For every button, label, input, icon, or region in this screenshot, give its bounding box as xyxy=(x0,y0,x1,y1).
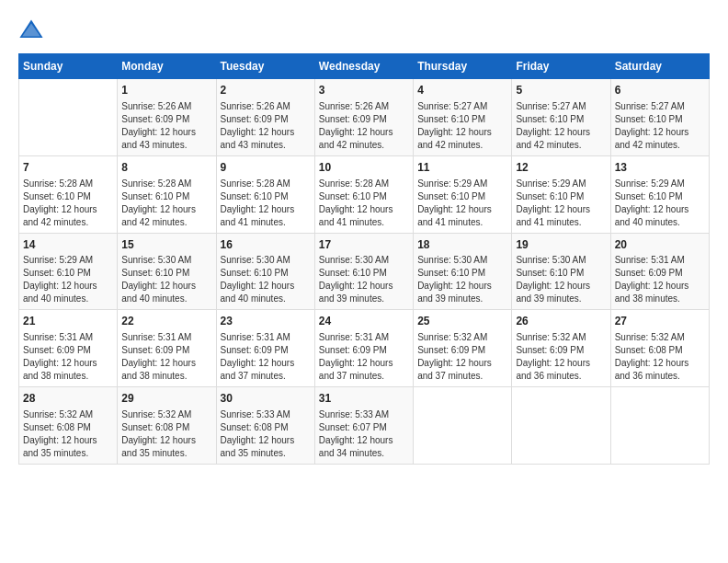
calendar-cell: 17 Sunrise: 5:30 AM Sunset: 6:10 PM Dayl… xyxy=(314,233,413,310)
sunrise: Sunrise: 5:27 AM xyxy=(615,100,705,113)
daylight: Daylight: 12 hours and 35 minutes. xyxy=(221,434,311,460)
day-info: Sunrise: 5:28 AM Sunset: 6:10 PM Dayligh… xyxy=(121,178,211,229)
daylight: Daylight: 12 hours and 38 minutes. xyxy=(121,357,211,383)
calendar-cell: 11 Sunrise: 5:29 AM Sunset: 6:10 PM Dayl… xyxy=(414,155,512,233)
calendar-cell: 16 Sunrise: 5:30 AM Sunset: 6:10 PM Dayl… xyxy=(216,233,314,310)
calendar-cell: 18 Sunrise: 5:30 AM Sunset: 6:10 PM Dayl… xyxy=(414,233,512,310)
day-number: 28 xyxy=(23,391,113,407)
day-info: Sunrise: 5:26 AM Sunset: 6:09 PM Dayligh… xyxy=(121,100,211,152)
day-info: Sunrise: 5:31 AM Sunset: 6:09 PM Dayligh… xyxy=(615,254,705,305)
day-info: Sunrise: 5:29 AM Sunset: 6:10 PM Dayligh… xyxy=(23,254,113,305)
daylight: Daylight: 12 hours and 38 minutes. xyxy=(615,280,705,305)
sunset: Sunset: 6:08 PM xyxy=(615,344,705,357)
sunrise: Sunrise: 5:28 AM xyxy=(221,178,311,190)
daylight: Daylight: 12 hours and 39 minutes. xyxy=(417,280,507,305)
day-number: 12 xyxy=(516,160,606,176)
daylight: Daylight: 12 hours and 36 minutes. xyxy=(516,357,606,383)
sunrise: Sunrise: 5:31 AM xyxy=(221,331,311,344)
daylight: Daylight: 12 hours and 39 minutes. xyxy=(516,280,606,305)
day-info: Sunrise: 5:26 AM Sunset: 6:09 PM Dayligh… xyxy=(319,100,409,152)
sunset: Sunset: 6:10 PM xyxy=(516,190,606,203)
daylight: Daylight: 12 hours and 41 minutes. xyxy=(516,203,606,229)
sunset: Sunset: 6:10 PM xyxy=(319,267,409,280)
calendar-cell: 22 Sunrise: 5:31 AM Sunset: 6:09 PM Dayl… xyxy=(118,310,216,387)
day-number: 21 xyxy=(23,314,113,329)
calendar-cell: 1 Sunrise: 5:26 AM Sunset: 6:09 PM Dayli… xyxy=(118,79,216,156)
calendar-cell xyxy=(19,79,118,156)
calendar-cell xyxy=(414,387,512,465)
daylight: Daylight: 12 hours and 37 minutes. xyxy=(319,357,409,383)
day-number: 16 xyxy=(221,237,311,253)
day-number: 26 xyxy=(516,314,606,329)
day-number: 4 xyxy=(417,83,507,98)
daylight: Daylight: 12 hours and 42 minutes. xyxy=(615,126,705,152)
day-number: 9 xyxy=(221,160,311,176)
sunrise: Sunrise: 5:33 AM xyxy=(319,408,409,421)
sunrise: Sunrise: 5:30 AM xyxy=(221,254,311,267)
day-number: 20 xyxy=(615,237,705,253)
calendar-cell: 2 Sunrise: 5:26 AM Sunset: 6:09 PM Dayli… xyxy=(216,79,314,156)
daylight: Daylight: 12 hours and 40 minutes. xyxy=(615,203,705,229)
sunrise: Sunrise: 5:30 AM xyxy=(417,254,507,267)
day-info: Sunrise: 5:30 AM Sunset: 6:10 PM Dayligh… xyxy=(516,254,606,305)
day-number: 22 xyxy=(121,314,211,329)
sunrise: Sunrise: 5:31 AM xyxy=(319,331,409,344)
calendar-cell: 10 Sunrise: 5:28 AM Sunset: 6:10 PM Dayl… xyxy=(314,155,413,233)
day-info: Sunrise: 5:31 AM Sunset: 6:09 PM Dayligh… xyxy=(121,331,211,383)
sunset: Sunset: 6:08 PM xyxy=(221,421,311,434)
day-number: 10 xyxy=(319,160,409,176)
calendar-week-row: 1 Sunrise: 5:26 AM Sunset: 6:09 PM Dayli… xyxy=(19,79,710,156)
calendar-cell: 15 Sunrise: 5:30 AM Sunset: 6:10 PM Dayl… xyxy=(118,233,216,310)
day-number: 6 xyxy=(615,83,705,98)
daylight: Daylight: 12 hours and 42 minutes. xyxy=(23,203,113,229)
day-info: Sunrise: 5:27 AM Sunset: 6:10 PM Dayligh… xyxy=(417,100,507,152)
calendar-week-row: 7 Sunrise: 5:28 AM Sunset: 6:10 PM Dayli… xyxy=(19,155,710,233)
sunset: Sunset: 6:10 PM xyxy=(221,267,311,280)
day-number: 2 xyxy=(221,83,311,98)
day-info: Sunrise: 5:30 AM Sunset: 6:10 PM Dayligh… xyxy=(221,254,311,305)
sunrise: Sunrise: 5:31 AM xyxy=(121,331,211,344)
daylight: Daylight: 12 hours and 36 minutes. xyxy=(615,357,705,383)
sunset: Sunset: 6:10 PM xyxy=(221,190,311,203)
day-info: Sunrise: 5:29 AM Sunset: 6:10 PM Dayligh… xyxy=(615,178,705,229)
calendar-cell: 26 Sunrise: 5:32 AM Sunset: 6:09 PM Dayl… xyxy=(512,310,610,387)
calendar-cell: 24 Sunrise: 5:31 AM Sunset: 6:09 PM Dayl… xyxy=(314,310,413,387)
day-info: Sunrise: 5:27 AM Sunset: 6:10 PM Dayligh… xyxy=(615,100,705,152)
sunrise: Sunrise: 5:31 AM xyxy=(23,331,113,344)
sunrise: Sunrise: 5:32 AM xyxy=(121,408,211,421)
day-number: 31 xyxy=(319,391,409,407)
day-number: 29 xyxy=(121,391,211,407)
sunset: Sunset: 6:10 PM xyxy=(23,190,113,203)
sunrise: Sunrise: 5:31 AM xyxy=(615,254,705,267)
day-number: 18 xyxy=(417,237,507,253)
daylight: Daylight: 12 hours and 43 minutes. xyxy=(221,126,311,152)
day-info: Sunrise: 5:28 AM Sunset: 6:10 PM Dayligh… xyxy=(319,178,409,229)
calendar-cell xyxy=(610,387,709,465)
weekday-header-sunday: Sunday xyxy=(19,54,118,79)
sunrise: Sunrise: 5:28 AM xyxy=(121,178,211,190)
day-info: Sunrise: 5:32 AM Sunset: 6:09 PM Dayligh… xyxy=(417,331,507,383)
daylight: Daylight: 12 hours and 35 minutes. xyxy=(23,434,113,460)
sunset: Sunset: 6:09 PM xyxy=(121,113,211,126)
sunrise: Sunrise: 5:27 AM xyxy=(516,100,606,113)
weekday-header-wednesday: Wednesday xyxy=(314,54,413,79)
calendar-week-row: 28 Sunrise: 5:32 AM Sunset: 6:08 PM Dayl… xyxy=(19,387,710,465)
daylight: Daylight: 12 hours and 35 minutes. xyxy=(121,434,211,460)
weekday-header-row: SundayMondayTuesdayWednesdayThursdayFrid… xyxy=(19,54,710,79)
calendar-cell: 28 Sunrise: 5:32 AM Sunset: 6:08 PM Dayl… xyxy=(19,387,118,465)
day-number: 7 xyxy=(23,160,113,176)
sunrise: Sunrise: 5:29 AM xyxy=(615,178,705,190)
day-info: Sunrise: 5:32 AM Sunset: 6:09 PM Dayligh… xyxy=(516,331,606,383)
sunset: Sunset: 6:09 PM xyxy=(319,344,409,357)
day-number: 13 xyxy=(615,160,705,176)
sunset: Sunset: 6:10 PM xyxy=(23,267,113,280)
sunset: Sunset: 6:10 PM xyxy=(417,113,507,126)
calendar-cell: 5 Sunrise: 5:27 AM Sunset: 6:10 PM Dayli… xyxy=(512,79,610,156)
daylight: Daylight: 12 hours and 41 minutes. xyxy=(319,203,409,229)
calendar-cell: 4 Sunrise: 5:27 AM Sunset: 6:10 PM Dayli… xyxy=(414,79,512,156)
calendar-cell: 12 Sunrise: 5:29 AM Sunset: 6:10 PM Dayl… xyxy=(512,155,610,233)
sunrise: Sunrise: 5:30 AM xyxy=(319,254,409,267)
sunrise: Sunrise: 5:26 AM xyxy=(121,100,211,113)
day-info: Sunrise: 5:32 AM Sunset: 6:08 PM Dayligh… xyxy=(23,408,113,460)
day-number: 17 xyxy=(319,237,409,253)
